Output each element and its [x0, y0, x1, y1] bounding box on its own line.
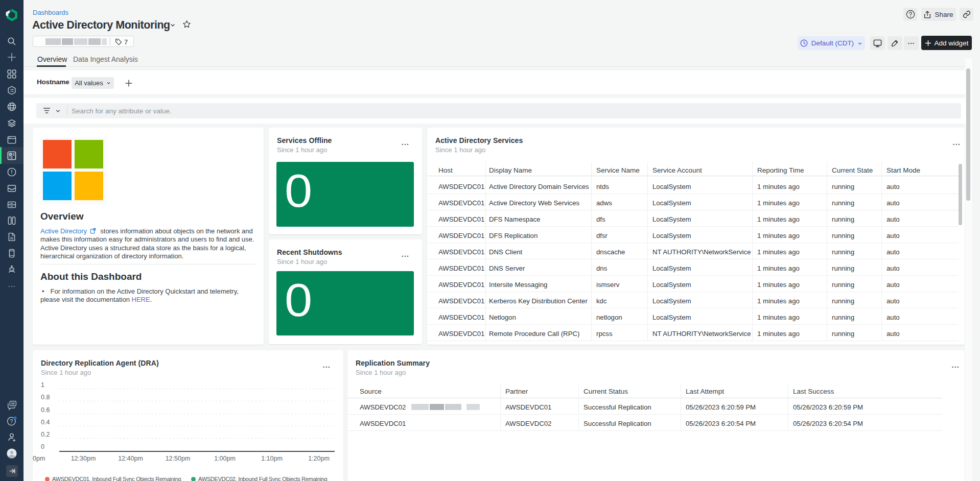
svg-text:?: ?: [10, 418, 13, 424]
